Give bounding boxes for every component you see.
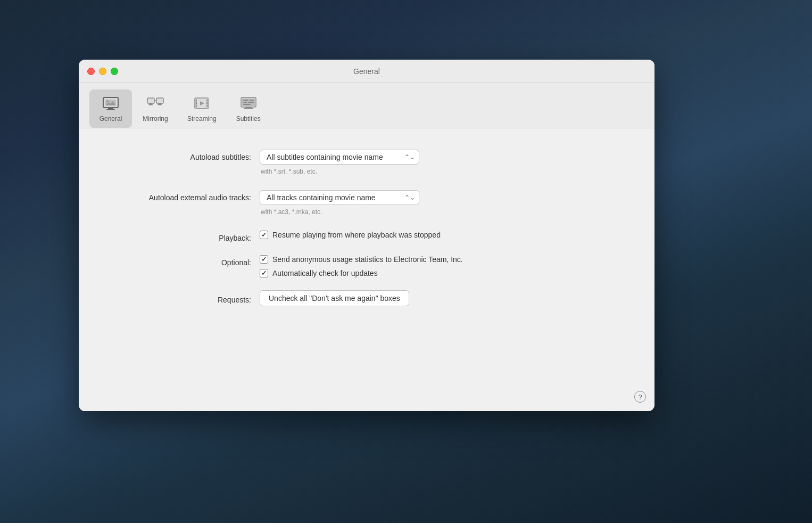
tab-mirroring[interactable]: Mirroring <box>134 89 177 128</box>
tab-mirroring-label: Mirroring <box>143 115 168 122</box>
anonymous-row: Send anonymous usage statistics to Elect… <box>260 255 463 264</box>
svg-point-6 <box>106 100 109 102</box>
window-title: General <box>353 67 380 76</box>
uncheck-button[interactable]: Uncheck all "Don't ask me again" boxes <box>260 290 409 306</box>
playback-checkboxes: Resume playing from where playback was s… <box>260 231 441 239</box>
autoload-audio-controls: All tracks containing movie name All tra… <box>260 190 419 216</box>
autoload-subtitles-select-wrapper: All subtitles containing movie name All … <box>260 150 419 165</box>
svg-rect-27 <box>243 102 247 103</box>
autoload-subtitles-select[interactable]: All subtitles containing movie name All … <box>260 150 419 165</box>
preferences-window: General General <box>79 60 654 411</box>
svg-rect-19 <box>206 100 208 101</box>
traffic-lights <box>87 68 118 75</box>
svg-rect-16 <box>196 100 197 101</box>
title-bar: General <box>79 60 654 83</box>
playback-group: Playback: Resume playing from where play… <box>111 231 623 242</box>
optional-checkboxes: Send anonymous usage statistics to Elect… <box>260 255 463 277</box>
svg-rect-28 <box>248 102 254 103</box>
svg-rect-26 <box>250 100 254 101</box>
svg-rect-10 <box>148 104 153 105</box>
resume-row: Resume playing from where playback was s… <box>260 231 441 239</box>
toolbar: General Mirroring <box>79 83 654 128</box>
svg-rect-7 <box>147 98 154 103</box>
svg-rect-12 <box>158 104 162 105</box>
updates-label: Automatically check for updates <box>272 269 378 277</box>
svg-rect-9 <box>150 103 152 104</box>
svg-rect-11 <box>159 103 161 104</box>
autoload-subtitles-controls: All subtitles containing movie name All … <box>260 150 419 175</box>
autoload-audio-select[interactable]: All tracks containing movie name All tra… <box>260 190 419 205</box>
tab-general[interactable]: General <box>89 89 132 128</box>
updates-checkbox[interactable] <box>260 269 268 277</box>
svg-rect-20 <box>206 102 208 104</box>
updates-row: Automatically check for updates <box>260 269 463 277</box>
close-button[interactable] <box>87 68 95 75</box>
tab-streaming[interactable]: Streaming <box>179 89 225 128</box>
svg-rect-31 <box>244 108 253 109</box>
maximize-button[interactable] <box>111 68 118 75</box>
svg-rect-21 <box>206 105 208 107</box>
mirroring-icon <box>146 94 165 113</box>
svg-rect-8 <box>156 98 163 103</box>
svg-rect-29 <box>243 104 251 105</box>
streaming-icon <box>192 94 211 113</box>
tab-subtitles[interactable]: Subtitles <box>227 89 270 128</box>
general-icon <box>101 94 120 113</box>
playback-label: Playback: <box>111 231 260 242</box>
autoload-audio-group: Autoload external audio tracks: All trac… <box>111 190 623 216</box>
subtitles-hint: with *.srt, *.sub, etc. <box>261 168 419 175</box>
tab-subtitles-label: Subtitles <box>236 115 261 122</box>
autoload-subtitles-label: Autoload subtitles: <box>111 150 260 161</box>
anonymous-checkbox[interactable] <box>260 255 268 264</box>
svg-rect-2 <box>106 109 115 110</box>
optional-label: Optional: <box>111 255 260 267</box>
anonymous-label: Send anonymous usage statistics to Elect… <box>272 255 463 264</box>
content-area: Autoload subtitles: All subtitles contai… <box>79 128 654 411</box>
optional-group: Optional: Send anonymous usage statistic… <box>111 255 623 277</box>
minimize-button[interactable] <box>99 68 106 75</box>
autoload-subtitles-group: Autoload subtitles: All subtitles contai… <box>111 150 623 175</box>
resume-checkbox[interactable] <box>260 231 268 239</box>
autoload-audio-select-wrapper: All tracks containing movie name All tra… <box>260 190 419 205</box>
svg-rect-17 <box>196 102 197 104</box>
tab-streaming-label: Streaming <box>187 115 217 122</box>
audio-hint: with *.ac3, *.mka, etc. <box>261 208 419 216</box>
svg-rect-30 <box>245 107 252 108</box>
tab-general-label: General <box>100 115 122 122</box>
resume-label: Resume playing from where playback was s… <box>272 231 441 239</box>
subtitles-icon <box>239 94 258 113</box>
svg-rect-25 <box>243 100 248 101</box>
svg-rect-1 <box>108 108 113 109</box>
svg-rect-18 <box>196 105 197 107</box>
requests-label: Requests: <box>111 292 260 304</box>
help-button[interactable]: ? <box>634 391 646 403</box>
requests-group: Requests: Uncheck all "Don't ask me agai… <box>111 290 623 306</box>
autoload-audio-label: Autoload external audio tracks: <box>111 190 260 202</box>
